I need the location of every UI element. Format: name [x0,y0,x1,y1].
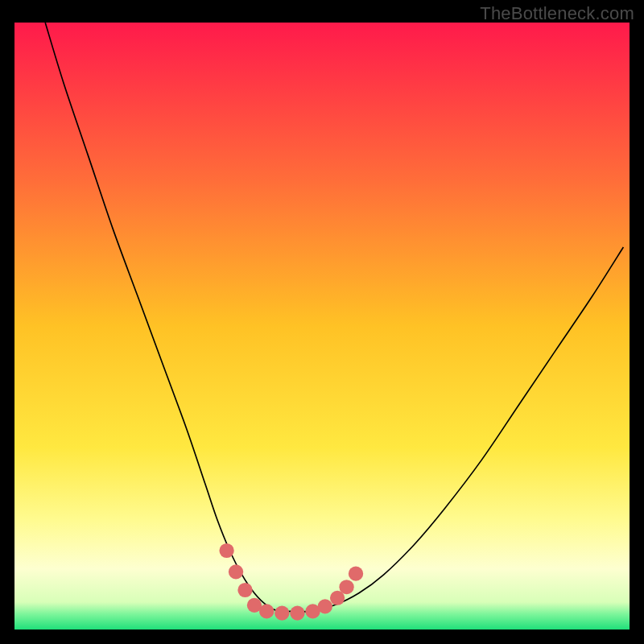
bottleneck-chart [14,23,630,630]
valley-marker [275,606,289,621]
chart-svg [14,23,630,630]
valley-marker [237,583,252,597]
watermark-text: TheBottleneck.com [480,3,634,24]
valley-marker [318,599,332,613]
valley-marker [339,580,353,594]
chart-frame: TheBottleneck.com [0,0,644,644]
valley-marker [259,604,274,618]
valley-marker [290,606,304,621]
valley-marker [229,564,243,579]
valley-marker [219,543,233,558]
chart-background [14,23,630,630]
valley-marker [349,567,363,581]
